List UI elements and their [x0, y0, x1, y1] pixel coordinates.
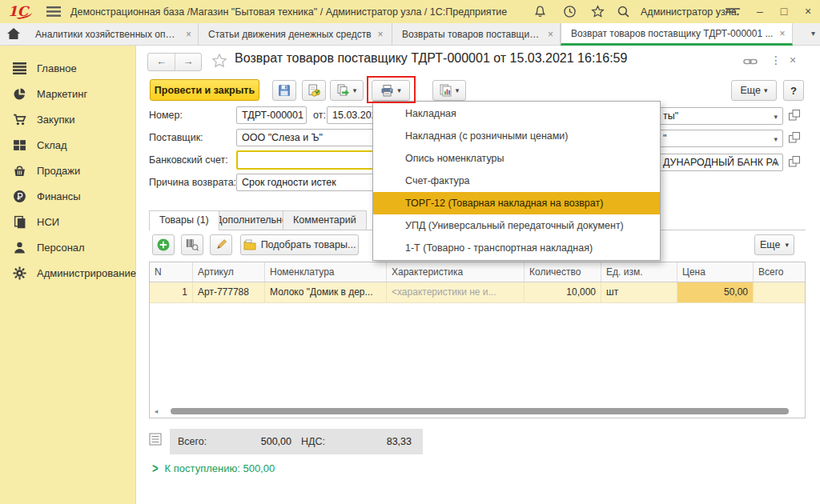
menu-item-torg12-highlighted[interactable]: ТОРГ-12 (Товарная накладная на возврат) [373, 192, 660, 214]
caret-down-icon: ▾ [456, 86, 460, 94]
barcode-scan-button[interactable] [181, 234, 203, 255]
current-user[interactable]: Администратор узла [641, 6, 737, 18]
cell-article[interactable]: Арт-777788 [193, 282, 265, 302]
tab-analytics[interactable]: Аналитики хозяйственных операций × [26, 23, 199, 46]
service-settings-icon[interactable] [726, 7, 740, 22]
tab-close-icon[interactable]: × [186, 29, 191, 40]
col-header-nomenclature[interactable]: Номенклатура [265, 262, 387, 282]
tab-close-icon[interactable]: × [378, 29, 384, 40]
more-button[interactable]: Еще ▾ [731, 80, 777, 101]
get-link-icon[interactable] [743, 56, 758, 70]
tab-return-document[interactable]: Возврат товаров поставщику ТДРТ-000001 .… [561, 23, 793, 46]
menu-item-upd[interactable]: УПД (Универсальный передаточный документ… [373, 214, 660, 237]
horizontal-scrollbar[interactable]: ◂ [151, 406, 803, 415]
col-header-article[interactable]: Артикул [193, 262, 265, 282]
window-title: Демонстрационная база /Магазин "Бытовая … [70, 6, 507, 18]
post-document-button[interactable] [302, 80, 326, 101]
open-reference-icon[interactable] [788, 109, 802, 123]
caret-down-icon: ▾ [785, 241, 789, 249]
number-input[interactable]: ТДРТ-000001 [236, 106, 307, 124]
col-header-price[interactable]: Цена [677, 262, 754, 282]
edit-row-button[interactable] [210, 234, 232, 255]
tab-comment[interactable]: Комментарий [283, 210, 367, 230]
ruble-coin-icon [13, 190, 26, 203]
col-header-total[interactable]: Всего [754, 262, 806, 282]
main-menu-icon[interactable] [46, 6, 61, 19]
forward-icon[interactable]: → [175, 54, 201, 70]
person-icon [13, 241, 26, 254]
sidebar-item-personnel[interactable]: Персонал [0, 234, 135, 260]
caret-down-icon: ▾ [397, 86, 401, 94]
total-label: Всего: [178, 436, 215, 447]
tab-cash-flow-items[interactable]: Статьи движения денежных средств × [199, 23, 392, 46]
menu-item-opis[interactable]: Опись номенклатуры [373, 147, 660, 170]
bank-account-label: Банковский счет: [149, 154, 228, 166]
sidebar-item-marketing[interactable]: Маркетинг [0, 81, 135, 106]
menu-item-schet-faktura[interactable]: Счет-фактура [373, 170, 660, 192]
col-header-n[interactable]: N [150, 262, 193, 282]
based-on-icon [337, 84, 350, 97]
home-icon[interactable] [6, 27, 22, 42]
favorite-star-icon[interactable] [211, 53, 227, 71]
tab-close-icon[interactable]: × [548, 29, 553, 40]
tab-returns-list[interactable]: Возвраты товаров поставщикам × [392, 23, 561, 46]
maximize-button[interactable]: □ [775, 2, 793, 20]
cell-nomenclature[interactable]: Молоко "Домик в дер... [265, 282, 387, 302]
menu-item-1t[interactable]: 1-Т (Товарно - транспортная накладная) [373, 237, 660, 259]
tab-goods[interactable]: Товары (1) [149, 210, 219, 230]
sidebar-item-finance[interactable]: Финансы [0, 183, 135, 209]
nav-history-group: ← → [147, 53, 202, 71]
sidebar-item-main[interactable]: Главное [0, 55, 135, 81]
favorites-star-icon[interactable] [591, 5, 605, 19]
add-row-button[interactable] [152, 234, 175, 255]
scroll-left-icon[interactable]: ◂ [151, 407, 161, 415]
sidebar-item-purchases[interactable]: Закупки [0, 106, 135, 132]
cell-characteristic[interactable]: <характеристики не и... [387, 282, 525, 302]
help-button[interactable]: ? [783, 80, 804, 101]
col-header-quantity[interactable]: Количество [525, 262, 601, 282]
minimize-button[interactable]: – [751, 2, 769, 20]
table-row[interactable]: 1 Арт-777788 Молоко "Домик в дер... <хар… [150, 282, 806, 303]
cell-unit[interactable]: шт [601, 282, 677, 302]
pencil-icon [215, 238, 227, 251]
totals-list-icon[interactable] [149, 433, 162, 446]
close-document-icon[interactable]: × [790, 54, 796, 66]
search-icon[interactable] [617, 5, 631, 19]
cell-quantity[interactable]: 10,000 [525, 282, 601, 302]
create-based-on-button[interactable]: ▾ [330, 80, 364, 101]
menu-item-nakladnaya[interactable]: Накладная [373, 102, 660, 125]
goods-more-button[interactable]: Еще ▾ [754, 234, 794, 255]
back-icon[interactable]: ← [148, 54, 175, 70]
to-receipt-expander[interactable]: > К поступлению: 500,00 [152, 462, 275, 474]
kebab-menu-icon[interactable]: ⋮ [770, 54, 782, 66]
close-window-button[interactable]: × [799, 2, 817, 20]
pie-chart-icon [13, 87, 26, 101]
open-reference-icon[interactable] [788, 131, 802, 146]
sidebar-item-warehouse[interactable]: Склад [0, 132, 135, 158]
sidebar-item-sales[interactable]: Продажи [0, 158, 135, 183]
table-header-row: N Артикул Номенклатура Характеристика Ко… [150, 262, 806, 282]
col-header-characteristic[interactable]: Характеристика [387, 262, 525, 282]
folder-icon [243, 239, 256, 250]
sidebar-item-administration[interactable]: Администрирование [0, 260, 135, 286]
history-clock-icon[interactable] [563, 5, 577, 19]
open-reference-icon[interactable] [788, 155, 802, 170]
tab-close-icon[interactable]: × [779, 28, 785, 39]
menu-item-nakladnaya-retail[interactable]: Накладная (с розничными ценами) [373, 125, 660, 147]
pick-goods-button[interactable]: Подобрать товары... [240, 234, 359, 255]
tab-list-caret-icon[interactable]: ▾ [811, 29, 815, 38]
save-button[interactable] [272, 80, 296, 101]
grid-icon [13, 138, 26, 152]
notifications-bell-icon[interactable] [533, 5, 548, 19]
printer-icon [380, 84, 394, 97]
col-header-unit[interactable]: Ед. изм. [601, 262, 677, 282]
reports-button[interactable]: ▾ [432, 80, 466, 101]
cell-total[interactable] [754, 282, 806, 302]
cell-price[interactable]: 50,00 [677, 282, 754, 302]
post-and-close-button[interactable]: Провести и закрыть [150, 79, 259, 101]
scrollbar-thumb[interactable] [171, 408, 789, 414]
print-button[interactable]: ▾ [372, 80, 410, 101]
cell-n[interactable]: 1 [150, 282, 193, 302]
sidebar-item-nsi[interactable]: НСИ [0, 209, 135, 234]
supplier-label: Поставщик: [149, 132, 203, 143]
